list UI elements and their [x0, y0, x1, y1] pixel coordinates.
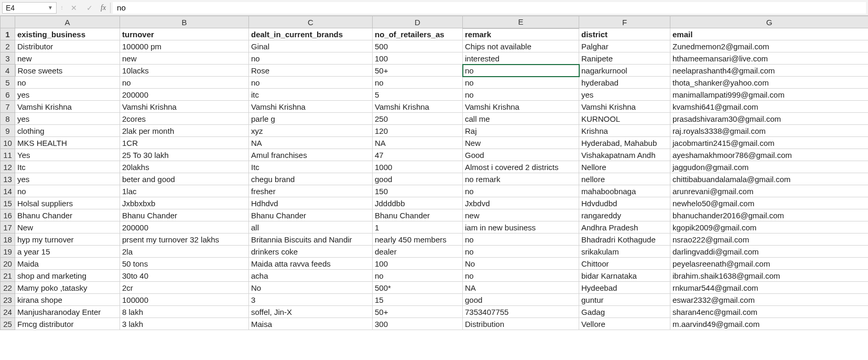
cell[interactable]: 120 [373, 125, 463, 137]
row-header[interactable]: 22 [1, 282, 15, 294]
cell[interactable]: jacobmartin2415@gmail.com [670, 137, 869, 149]
cell[interactable]: Jxbbxbxb [120, 197, 249, 209]
cell[interactable]: jaggudon@gmail.com [670, 161, 869, 173]
cell[interactable]: 1lac [120, 185, 249, 197]
cell[interactable]: parle g [249, 113, 373, 125]
cell[interactable]: remark [463, 28, 579, 40]
cell[interactable]: no [373, 77, 463, 89]
col-header-A[interactable]: A [15, 16, 120, 28]
cell[interactable]: no [463, 77, 579, 89]
cell[interactable]: Palghar [579, 40, 670, 52]
cell[interactable]: no [463, 246, 579, 258]
row-header[interactable]: 3 [1, 52, 15, 65]
cell[interactable]: Good [463, 149, 579, 161]
cell[interactable]: 50+ [373, 65, 463, 77]
cell[interactable]: 300 [373, 318, 463, 330]
cell[interactable]: turnover [120, 28, 249, 40]
cell[interactable]: no [463, 65, 579, 77]
cell[interactable]: 20lakhs [120, 161, 249, 173]
cell[interactable]: Gadag [579, 306, 670, 318]
cell[interactable]: thota_shanker@yahoo.com [670, 77, 869, 89]
col-header-B[interactable]: B [120, 16, 249, 28]
cell[interactable]: Bhadradri Kothagude [579, 234, 670, 246]
cell[interactable]: no [463, 234, 579, 246]
cell[interactable]: Bhanu Chander [373, 209, 463, 221]
cell[interactable]: 1 [373, 221, 463, 234]
cell[interactable]: 2la [120, 246, 249, 258]
name-box[interactable]: E4 ▼ [2, 2, 57, 14]
cell[interactable]: a year 15 [15, 246, 120, 258]
cell[interactable]: nagarkurnool [579, 65, 670, 77]
cell[interactable]: Vamshi Krishna [120, 101, 249, 113]
cell[interactable]: darlingvaddi@gmail.com [670, 246, 869, 258]
cell[interactable]: shop and marketing [15, 270, 120, 282]
cell[interactable]: district [579, 28, 670, 40]
spreadsheet-grid[interactable]: A B C D E F G 1existing_businessturnover… [0, 16, 868, 360]
cell[interactable]: interested [463, 52, 579, 65]
cell[interactable]: Nellore [579, 161, 670, 173]
cell[interactable]: 100 [373, 52, 463, 65]
cell[interactable]: Krishna [579, 125, 670, 137]
cell[interactable]: No [463, 258, 579, 270]
cell[interactable]: bhanuchander2016@gmail.com [670, 209, 869, 221]
col-header-F[interactable]: F [579, 16, 670, 28]
cell[interactable]: 47 [373, 149, 463, 161]
cell[interactable]: 250 [373, 113, 463, 125]
row-header[interactable]: 10 [1, 137, 15, 149]
cell[interactable]: MKS HEALTH [15, 137, 120, 149]
cell[interactable]: Maida [15, 258, 120, 270]
col-header-C[interactable]: C [249, 16, 373, 28]
cell[interactable]: 150 [373, 185, 463, 197]
cell[interactable]: KURNOOL [579, 113, 670, 125]
row-header[interactable]: 15 [1, 197, 15, 209]
cell[interactable]: Vellore [579, 318, 670, 330]
cell[interactable]: arunrevani@gmail.com [670, 185, 869, 197]
cell[interactable]: Vishakapatnam Andh [579, 149, 670, 161]
cell[interactable]: acha [249, 270, 373, 282]
cell[interactable]: nellore [579, 173, 670, 185]
cell[interactable]: Amul franchises [249, 149, 373, 161]
cell[interactable]: Itc [249, 161, 373, 173]
row-header[interactable]: 21 [1, 270, 15, 282]
row-header[interactable]: 24 [1, 306, 15, 318]
cell[interactable]: rangareddy [579, 209, 670, 221]
cell[interactable]: good [463, 294, 579, 306]
row-header[interactable]: 11 [1, 149, 15, 161]
cell[interactable]: Vamshi Krishna [463, 101, 579, 113]
row-header[interactable]: 7 [1, 101, 15, 113]
row-header[interactable]: 16 [1, 209, 15, 221]
cell[interactable]: soffel, Jin-X [249, 306, 373, 318]
cell[interactable]: NA [463, 282, 579, 294]
cell[interactable]: 7353407755 [463, 306, 579, 318]
cell[interactable]: no [463, 185, 579, 197]
cell[interactable]: manimallampati999@gmail.com [670, 89, 869, 101]
cell[interactable]: Chips not available [463, 40, 579, 52]
cell[interactable]: Bhanu Chander [120, 209, 249, 221]
cell[interactable]: clothing [15, 125, 120, 137]
cell[interactable]: 25 To 30 lakh [120, 149, 249, 161]
cell[interactable]: Vamshi Krishna [579, 101, 670, 113]
cell[interactable]: Raj [463, 125, 579, 137]
cell[interactable]: 50+ [373, 306, 463, 318]
cell[interactable]: Distributor [15, 40, 120, 52]
cell[interactable]: New [463, 137, 579, 149]
cell[interactable]: 200000 [120, 221, 249, 234]
cell[interactable]: no [373, 270, 463, 282]
cell[interactable]: ayeshamakhmoor786@gmail.com [670, 149, 869, 161]
cell[interactable]: Manjusharanoday Enter [15, 306, 120, 318]
col-header-E[interactable]: E [463, 16, 579, 28]
row-header[interactable]: 13 [1, 173, 15, 185]
cell[interactable]: 15 [373, 294, 463, 306]
cell[interactable]: no [120, 77, 249, 89]
row-header[interactable]: 4 [1, 65, 15, 77]
cell[interactable]: Rose [249, 65, 373, 77]
cell[interactable]: hyp my turnover [15, 234, 120, 246]
cell[interactable]: 500 [373, 40, 463, 52]
cell[interactable]: Maida atta ravva feeds [249, 258, 373, 270]
cell[interactable]: Zunedmemon2@gmail.com [670, 40, 869, 52]
cell[interactable]: yes [579, 89, 670, 101]
cell[interactable]: Hdvdudbd [579, 197, 670, 209]
cell[interactable]: itc [249, 89, 373, 101]
cell[interactable]: Andhra Pradesh [579, 221, 670, 234]
cell[interactable]: NA [373, 137, 463, 149]
